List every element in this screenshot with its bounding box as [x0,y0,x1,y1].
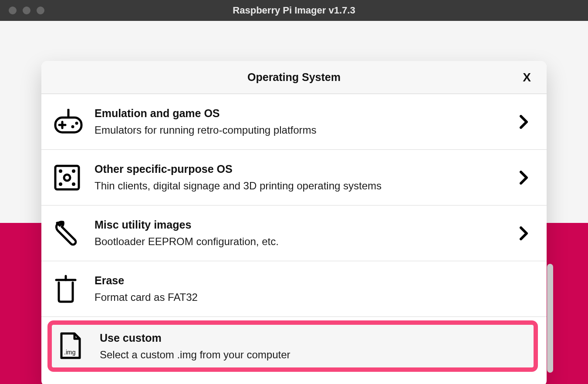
dice-icon [54,164,88,191]
gamepad-icon [54,109,88,135]
chevron-right-icon [514,226,534,240]
svg-point-11 [72,182,75,186]
os-item-title: Misc utility images [95,219,514,231]
os-item-desc: Bootloader EEPROM configuration, etc. [95,236,514,248]
svg-point-10 [59,182,62,186]
os-item-title: Use custom [100,332,526,344]
img-file-icon: .img [59,332,94,360]
dialog-close-button[interactable]: X [523,61,531,94]
os-item-emulation[interactable]: Emulation and game OS Emulators for runn… [41,94,547,150]
os-item-desc: Select a custom .img from your computer [100,349,526,361]
os-item-text: Use custom Select a custom .img from you… [94,332,526,361]
window-titlebar: Raspberry Pi Imager v1.7.3 [0,0,588,21]
os-item-title: Erase [95,274,534,287]
os-item-desc: Emulators for running retro-computing pl… [95,124,514,136]
os-item-text: Emulation and game OS Emulators for runn… [88,107,514,136]
trash-icon [54,275,88,303]
chevron-right-icon [514,171,534,185]
os-item-title: Other specific-purpose OS [95,163,514,175]
svg-point-5 [75,121,78,125]
os-item-text: Misc utility images Bootloader EEPROM co… [88,219,514,248]
os-item-erase[interactable]: Erase Format card as FAT32 [41,261,547,317]
window-close-dot[interactable] [9,7,17,14]
app-background: Operating System X [0,21,588,384]
os-item-text: Other specific-purpose OS Thin clients, … [88,163,514,192]
dialog-header: Operating System X [41,61,547,94]
svg-text:.img: .img [64,349,75,356]
svg-point-9 [64,175,70,181]
svg-rect-6 [55,166,79,189]
svg-point-8 [72,169,75,173]
os-item-other-specific[interactable]: Other specific-purpose OS Thin clients, … [41,150,547,205]
window-title: Raspberry Pi Imager v1.7.3 [0,5,588,16]
svg-point-7 [59,169,62,173]
window-zoom-dot[interactable] [37,7,44,14]
os-item-desc: Thin clients, digital signage and 3D pri… [95,180,514,192]
os-selection-dialog: Operating System X [41,61,547,384]
chevron-right-icon [514,115,534,129]
dialog-body: Emulation and game OS Emulators for runn… [41,94,547,384]
svg-point-4 [71,125,74,128]
os-item-use-custom[interactable]: .img Use custom Select a custom .img fro… [47,320,538,372]
os-list[interactable]: Emulation and game OS Emulators for runn… [41,94,547,384]
os-item-text: Erase Format card as FAT32 [88,274,534,303]
dialog-title: Operating System [247,71,341,84]
os-item-title: Emulation and game OS [95,107,514,120]
os-item-misc-utility[interactable]: Misc utility images Bootloader EEPROM co… [41,205,547,261]
wrench-icon [54,219,88,247]
window-controls [0,7,44,14]
window-minimize-dot[interactable] [23,7,30,14]
os-item-desc: Format card as FAT32 [95,291,534,303]
scrollbar-thumb[interactable] [547,264,553,373]
